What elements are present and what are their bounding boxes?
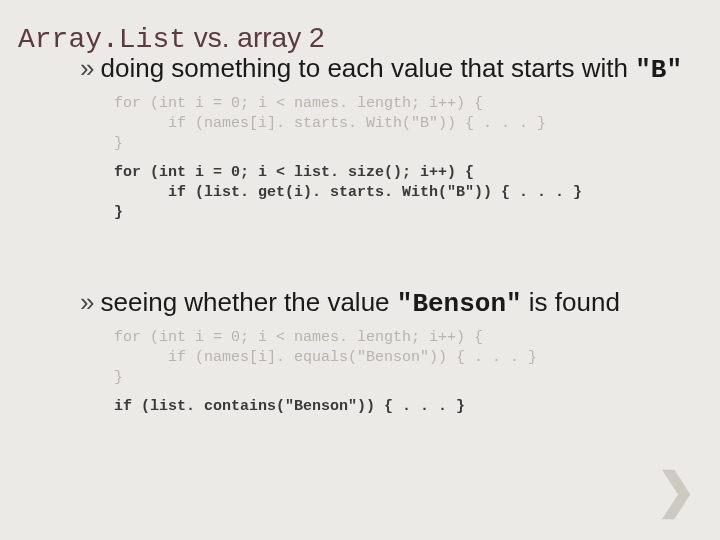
code-arraylist-contains: if (list. contains("Benson")) { . . . } xyxy=(114,397,710,417)
section-starts-with-b: »doing something to each value that star… xyxy=(80,54,690,223)
bullet-marker-icon: » xyxy=(80,53,94,83)
slide: Array.List vs. array 2 »doing something … xyxy=(0,0,720,540)
bullet-1: »doing something to each value that star… xyxy=(80,54,690,86)
next-slide-icon[interactable]: ❯ xyxy=(656,462,696,518)
slide-title: Array.List vs. array 2 xyxy=(18,22,325,55)
section-contains-benson: »seeing whether the value "Benson" is fo… xyxy=(80,288,710,417)
title-code-part: Array.List xyxy=(18,24,186,55)
bullet-2-text-pre: seeing whether the value xyxy=(100,287,396,317)
bullet-2: »seeing whether the value "Benson" is fo… xyxy=(80,288,710,320)
bullet-1-literal: "B" xyxy=(635,55,682,85)
bullet-2-text-post: is found xyxy=(522,287,620,317)
code-array-startswith: for (int i = 0; i < names. length; i++) … xyxy=(114,94,690,155)
bullet-marker-icon: » xyxy=(80,287,94,317)
bullet-1-text: doing something to each value that start… xyxy=(100,53,635,83)
code-array-equals: for (int i = 0; i < names. length; i++) … xyxy=(114,328,710,389)
code-arraylist-startswith: for (int i = 0; i < list. size(); i++) {… xyxy=(114,163,690,224)
title-rest: vs. array 2 xyxy=(186,22,324,53)
bullet-2-literal: "Benson" xyxy=(397,289,522,319)
